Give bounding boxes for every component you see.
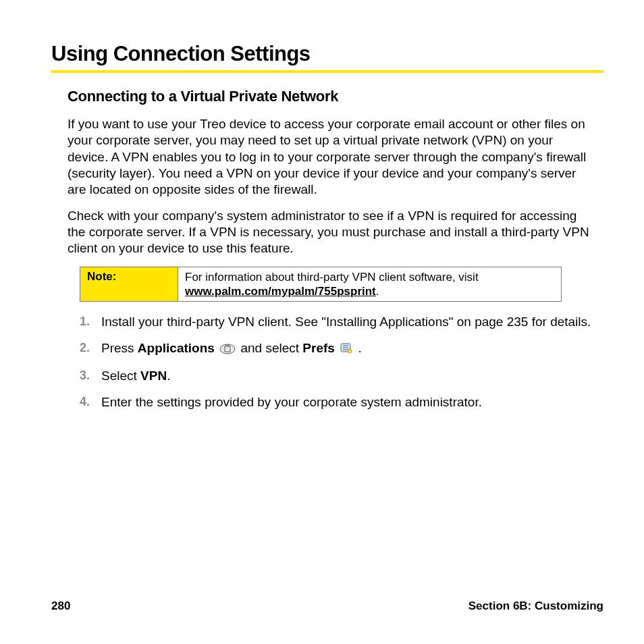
step-1: Install your third-party VPN client. See… [80,314,597,331]
note-link[interactable]: www.palm.com/mypalm/755psprint [185,285,376,298]
step-2-prefs: Prefs [302,341,335,355]
note-box: Note: For information about third-party … [80,267,562,302]
step-3: Select VPN. [80,368,597,385]
content-block: Connecting to a Virtual Private Network … [51,88,603,411]
note-text-prefix: For information about third-party VPN cl… [185,271,479,284]
note-body: For information about third-party VPN cl… [178,267,561,302]
page-footer: 280 Section 6B: Customizing [51,599,603,613]
note-text-suffix: . [376,285,379,298]
svg-point-0 [220,344,235,354]
step-2-text-a: Press [101,341,138,355]
step-3-text-a: Select [101,369,140,383]
note-label: Note: [80,267,178,302]
step-4: Enter the settings provided by your corp… [80,394,597,411]
steps-list: Install your third-party VPN client. See… [68,314,597,411]
manual-page: Using Connection Settings Connecting to … [0,0,644,644]
applications-icon [219,342,236,359]
step-2-text-e: . [358,341,361,355]
paragraph-1: If you want to use your Treo device to a… [68,116,597,198]
page-title: Using Connection Settings [51,42,603,66]
paragraph-2: Check with your company's system adminis… [68,208,597,257]
step-2-text-c: and select [240,341,302,355]
step-2: Press Applications and select Prefs [80,340,597,359]
title-underline [51,70,603,73]
section-label: Section 6B: Customizing [468,599,603,613]
step-3-vpn: VPN [140,369,167,383]
subheading: Connecting to a Virtual Private Network [68,88,597,105]
step-3-text-c: . [167,369,170,383]
page-number: 280 [51,599,70,613]
step-2-applications: Applications [138,341,215,355]
svg-point-5 [348,349,352,353]
prefs-icon [340,342,353,359]
